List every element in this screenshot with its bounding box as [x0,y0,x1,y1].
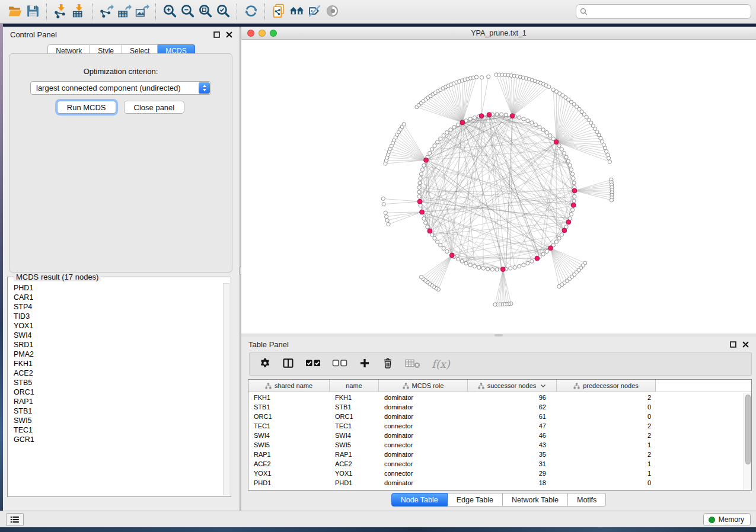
network-node[interactable] [473,264,476,268]
mcds-node[interactable] [420,210,425,214]
network-node[interactable] [566,159,570,163]
network-node[interactable] [526,261,529,265]
network-window-titlebar[interactable]: YPA_prune.txt_1 [241,27,756,40]
network-node[interactable] [433,144,436,148]
network-node[interactable] [424,221,428,225]
open-file-button[interactable] [6,3,24,21]
network-node[interactable] [541,128,545,132]
zoom-in-button[interactable] [161,3,178,21]
network-node[interactable] [436,140,439,144]
network-node[interactable] [419,172,423,176]
network-node[interactable] [570,208,574,211]
network-node[interactable] [464,261,468,265]
network-node[interactable] [439,137,442,140]
network-node[interactable] [518,264,521,268]
network-node[interactable] [569,168,573,171]
tab-network-table[interactable]: Network Table [503,493,568,507]
network-node[interactable] [456,257,460,261]
network-node[interactable] [572,177,575,180]
network-node[interactable] [456,123,460,127]
network-node[interactable] [473,116,476,119]
mcds-node[interactable] [417,199,422,204]
network-node[interactable] [426,225,429,229]
network-node[interactable] [460,259,464,263]
network-node[interactable] [477,265,481,269]
mcds-node[interactable] [428,229,432,233]
network-node[interactable] [445,249,449,253]
column-header-name[interactable]: name [330,380,379,392]
network-node[interactable] [417,190,421,194]
mcds-node[interactable] [500,267,505,272]
mcds-result-item[interactable]: RAP1 [8,397,222,406]
network-node[interactable] [518,116,521,119]
mcds-result-item[interactable]: PHD1 [8,283,222,293]
network-node[interactable] [422,164,426,167]
export-network-button[interactable] [97,3,115,21]
memory-button[interactable]: Memory [703,513,751,526]
network-node[interactable] [568,164,572,167]
float-panel-button[interactable] [213,31,220,38]
network-node[interactable] [436,240,439,243]
network-node[interactable] [402,123,406,126]
network-node[interactable] [468,263,472,267]
zoom-selected-button[interactable] [214,3,232,21]
mcds-node[interactable] [424,158,429,162]
network-node[interactable] [490,268,494,271]
save-session-button[interactable] [24,3,42,21]
table-scrollbar[interactable] [744,393,751,490]
network-node[interactable] [385,215,388,219]
network-node[interactable] [557,236,561,240]
column-header-shared-name[interactable]: shared name [248,380,330,392]
network-node[interactable] [445,131,449,134]
tab-edge-table[interactable]: Edge Table [448,493,503,507]
network-node[interactable] [548,134,552,137]
network-node[interactable] [417,195,421,198]
mcds-node[interactable] [510,114,515,118]
network-node[interactable] [495,268,499,271]
network-node[interactable] [439,243,442,247]
table-row[interactable]: STB1STB1dominator620 [248,402,744,412]
network-node[interactable] [481,267,485,270]
network-node[interactable] [572,181,576,185]
network-node[interactable] [608,160,611,164]
clone-network-button[interactable] [270,3,288,21]
mcds-result-item[interactable]: SRD1 [8,340,222,350]
table-row[interactable]: YOX1YOX1connector291 [248,469,744,478]
mcds-node[interactable] [460,120,465,125]
close-panel-button-mcds[interactable]: Close panel [124,101,185,114]
table-row[interactable]: TEC1TEC1connector472 [248,421,744,431]
network-node[interactable] [504,113,508,117]
mcds-result-item[interactable]: SWI4 [8,331,222,340]
mcds-node[interactable] [548,246,553,251]
table-row[interactable]: FKH1FKH1dominator962 [248,393,744,402]
run-mcds-button[interactable]: Run MCDS [57,101,116,114]
network-node[interactable] [509,267,512,270]
table-row[interactable]: RAP1RAP1dominator352 [248,450,744,459]
network-node[interactable] [554,240,558,243]
import-table-button[interactable] [69,3,87,21]
select-all-checks-button[interactable] [305,357,321,371]
column-header-predecessor-nodes[interactable]: predecessor nodes [557,380,656,392]
mcds-node[interactable] [554,140,559,145]
network-node[interactable] [420,168,424,171]
close-table-panel-button[interactable] [742,341,749,348]
export-image-button[interactable] [133,3,151,21]
network-node[interactable] [419,275,423,279]
network-node[interactable] [557,284,561,288]
table-row[interactable]: SWI5SWI5connector431 [248,440,744,450]
network-node[interactable] [545,131,548,134]
mcds-node[interactable] [562,228,567,233]
mcds-node[interactable] [449,253,454,258]
network-node[interactable] [522,263,525,267]
mcds-result-item[interactable]: TID3 [8,312,222,321]
show-graphics-button[interactable] [323,3,341,21]
mcds-result-list[interactable]: PHD1CAR1STP4TID3YOX1SWI4SRD1PMA2FKH1ACE2… [8,283,222,495]
network-node[interactable] [562,151,566,155]
mcds-node[interactable] [571,203,576,207]
mcds-result-item[interactable]: CAR1 [8,293,222,302]
network-node[interactable] [417,185,421,189]
network-node[interactable] [433,236,436,240]
network-node[interactable] [547,85,551,88]
zoom-out-button[interactable] [178,3,196,21]
import-network-button[interactable] [52,3,69,21]
